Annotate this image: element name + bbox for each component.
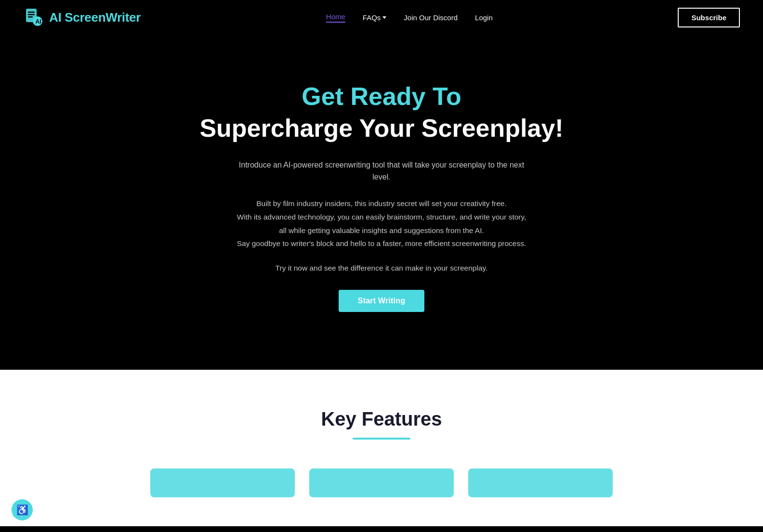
accessibility-icon: ♿ bbox=[16, 504, 28, 516]
hero-title-bottom: Supercharge Your Screenplay! bbox=[19, 113, 744, 143]
nav-link-home[interactable]: Home bbox=[326, 13, 345, 23]
feature-card-3 bbox=[468, 468, 613, 497]
hero-body-line4: Say goodbye to writer's block and hello … bbox=[227, 237, 536, 250]
nav-link-faqs[interactable]: FAQs bbox=[363, 13, 387, 22]
features-cards bbox=[19, 468, 744, 497]
svg-rect-2 bbox=[28, 14, 35, 15]
nav-links: Home FAQs Join Our Discord Login bbox=[326, 13, 493, 23]
chevron-down-icon bbox=[382, 16, 386, 19]
hero-body: Built by film industry insiders, this in… bbox=[227, 197, 536, 251]
nav-right: Subscribe bbox=[678, 8, 740, 27]
svg-rect-3 bbox=[28, 16, 33, 18]
key-features-title: Key Features bbox=[19, 408, 744, 430]
logo[interactable]: AI AI ScreenWriter bbox=[23, 7, 141, 28]
hero-body-line2: With its advanced technology, you can ea… bbox=[227, 210, 536, 224]
logo-icon: AI bbox=[23, 7, 44, 28]
subscribe-button[interactable]: Subscribe bbox=[678, 8, 740, 27]
hero-section: Get Ready To Supercharge Your Screenplay… bbox=[0, 35, 763, 370]
svg-text:AI: AI bbox=[36, 18, 41, 25]
feature-card-1 bbox=[150, 468, 295, 497]
nav-link-login[interactable]: Login bbox=[475, 13, 493, 22]
hero-body-line1: Built by film industry insiders, this in… bbox=[227, 197, 536, 210]
start-writing-button[interactable]: Start Writing bbox=[339, 290, 424, 312]
hero-title-top: Get Ready To bbox=[19, 83, 744, 110]
hero-body-line3: all while getting valuable insights and … bbox=[227, 224, 536, 237]
logo-text: AI ScreenWriter bbox=[49, 10, 141, 25]
navbar: AI AI ScreenWriter Home FAQs Join Our Di… bbox=[0, 0, 763, 35]
hero-intro: Introduce an AI-powered screenwriting to… bbox=[232, 159, 531, 183]
nav-link-discord[interactable]: Join Our Discord bbox=[404, 13, 458, 22]
key-features-section: Key Features bbox=[0, 370, 763, 526]
svg-rect-1 bbox=[28, 12, 35, 13]
accessibility-button[interactable]: ♿ bbox=[12, 499, 33, 520]
key-features-underline bbox=[353, 438, 410, 440]
hero-cta-text: Try it now and see the difference it can… bbox=[19, 264, 744, 272]
feature-card-2 bbox=[309, 468, 454, 497]
